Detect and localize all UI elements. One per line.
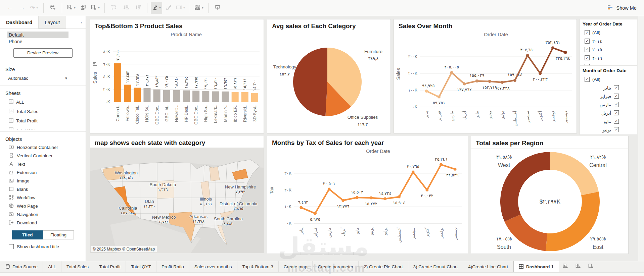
vertical-container-icon <box>9 153 14 159</box>
duplicate-sheet-icon <box>80 4 86 12</box>
filter-checkbox-row[interactable]: ✓٢٠١٥ <box>583 45 634 54</box>
tiled-button[interactable]: Tiled <box>12 230 43 239</box>
svg-text:٢٠٥,٠٠٥: ٢٠٥,٠٠٥ <box>444 65 459 69</box>
sheet-tab-profit-ratio[interactable]: Profit Ratio <box>156 261 189 272</box>
new-story-button[interactable] <box>585 261 597 272</box>
svg-text:Sales: Sales <box>396 68 401 80</box>
duplicate-sheet-button[interactable] <box>78 2 89 14</box>
checkbox-icon: ✓ <box>614 119 619 124</box>
sheet-tab-2-create-pie-chart[interactable]: 2) Create Pie Chart <box>359 261 408 272</box>
show-cards-icon <box>194 4 200 12</box>
sheet-tab-strip: Data SourceALLTotal SalesTotal ProfitTot… <box>0 261 644 272</box>
donut-chart-canvas[interactable]: ٢١,٨٢%Central٢٩,٥٥%East١٧,٠٥%South٣١,٥٨%… <box>471 149 628 254</box>
filter-checkbox-row[interactable]: ✓يناير <box>583 84 634 92</box>
canvas-scrollbar[interactable] <box>638 16 644 261</box>
filter-checkbox-row[interactable]: ✓(All) <box>583 75 634 84</box>
sheet-tab-label: 2) Create Pie Chart <box>364 264 403 269</box>
sidebar-tab-layout[interactable]: Layout <box>38 16 66 29</box>
filter-checkbox-row[interactable]: ✓فبراير <box>583 92 634 100</box>
sheet-tab-3-create-donut-chart[interactable]: 3) Create Donut Chart <box>408 261 463 272</box>
device-mode-default[interactable]: Default <box>7 32 68 38</box>
sheet-tab-4-create-line-chart[interactable]: 4)Create Line Chart <box>463 261 513 272</box>
object-item-workflow[interactable]: Workflow <box>0 194 86 202</box>
sheet-tab-sales-over-months[interactable]: Sales over months <box>189 261 237 272</box>
object-item-text[interactable]: Text <box>0 160 86 168</box>
svg-text:٣٠٠K: ٣٠٠K <box>408 54 417 59</box>
filter-checkbox-row[interactable]: ✓يوليو <box>583 134 634 135</box>
sheet-tab-all[interactable]: ALL <box>43 261 61 272</box>
sheet-tab-total-profit[interactable]: Total Profit <box>94 261 126 272</box>
sheet-item-all[interactable]: ALL <box>0 97 86 107</box>
svg-text:يناير: يناير <box>424 111 429 118</box>
svg-text:١٠K: ١٠K <box>284 204 291 209</box>
donut-chart-title: Total sales per Region <box>471 136 628 149</box>
device-preview-button[interactable]: Device Preview <box>13 48 73 58</box>
sheet-item-total-profit[interactable]: Total Profit <box>0 116 86 125</box>
filter-checkbox-row[interactable]: ✓مارس <box>583 100 634 109</box>
new-worksheet-button[interactable]: ▼ <box>65 2 77 14</box>
filter-checkbox-row[interactable]: ✓يونيو <box>583 125 634 134</box>
sheet-tab-create-map[interactable]: Create map <box>279 261 313 272</box>
new-worksheet-button[interactable] <box>559 261 572 272</box>
sheet-chart-icon <box>9 127 13 130</box>
map-canvas[interactable]: Washington١٣٨,٦٤١South Dakota١,٣١٦New Ha… <box>90 148 264 253</box>
sheet-tab-data-source[interactable]: Data Source <box>0 261 43 272</box>
object-item-blank[interactable]: Blank <box>0 185 86 194</box>
filter-item-label: أبريل <box>601 110 611 116</box>
tax-line-chart-canvas[interactable]: Order Date٠K١٠K٢٠K٣٠KTax٩,٤٩٢يناير٥,٩٧٥ف… <box>267 148 468 254</box>
sheet-item-total-sales[interactable]: Total Sales <box>0 107 86 116</box>
device-mode-phone[interactable]: Phone <box>7 38 68 45</box>
bar-chart-canvas[interactable]: Product Name٠K٢٠K٤٠K٦٠K٨٠KSales٦١,٦٠٠Can… <box>90 31 264 133</box>
sidebar-collapse-icon[interactable]: ‹ <box>78 16 86 29</box>
svg-text:South: South <box>497 244 511 250</box>
object-item-vertical-container[interactable]: Vertical Container <box>0 152 86 160</box>
filter-checkbox-row[interactable]: ✓٢٠١٦ <box>583 54 634 62</box>
highlight-button[interactable]: ▼ <box>151 2 162 14</box>
sheet-item-total-qyt[interactable]: Total QYT <box>0 125 86 129</box>
show-me-button[interactable]: Show Me <box>604 3 640 13</box>
svg-text:يناير: يناير <box>299 227 304 235</box>
filter-checkbox-row[interactable]: ✓مايو <box>583 117 634 125</box>
object-item-web-page[interactable]: Web Page <box>0 202 86 210</box>
chevron-down-icon: ▼ <box>159 6 162 9</box>
month-filter-card: Month of Order Date ✓(All)✓يناير✓فبراير✓… <box>580 66 637 135</box>
filter-checkbox-row[interactable]: ✓٢٠١٤ <box>583 37 634 45</box>
show-dashboard-title-checkbox[interactable]: Show dashboard title <box>9 244 86 249</box>
svg-text:٢٩,٥٥%: ٢٩,٥٥% <box>590 236 606 241</box>
object-item-image[interactable]: Image <box>0 177 86 185</box>
sheet-tab-top-bottom-3[interactable]: Top & Bottom 3 <box>237 261 279 272</box>
chevron-down-icon: ▼ <box>183 6 186 9</box>
svg-text:٢٠K: ٢٠K <box>284 188 291 192</box>
pie-chart-canvas[interactable]: Furniture٣٤٩,٨Office Supplies١١٩,٣Techno… <box>267 31 390 133</box>
show-cards-button[interactable]: ▼ <box>193 2 205 14</box>
svg-text:٨٠K: ٨٠K <box>103 49 110 54</box>
object-item-extension[interactable]: Extension <box>0 168 86 177</box>
dashboard-icon <box>519 264 524 270</box>
sheet-tab-create-parameter[interactable]: Create parameter <box>313 261 359 272</box>
object-item-horizontal-container[interactable]: Horizontal Container <box>0 143 86 152</box>
checkbox-icon: ✓ <box>585 55 590 60</box>
filter-checkbox-row[interactable]: ✓(All) <box>583 29 634 37</box>
clear-sheet-button[interactable]: ▼ <box>90 2 101 14</box>
sheet-tab-dashboard-1[interactable]: Dashboard 1 <box>513 261 559 272</box>
filter-checkbox-row[interactable]: ✓ <box>583 62 634 66</box>
checkbox-icon: ✓ <box>585 30 590 35</box>
sidebar-tab-dashboard[interactable]: Dashboard <box>0 16 38 29</box>
add-data-source-button[interactable] <box>47 2 58 14</box>
sheet-tab-total-sales[interactable]: Total Sales <box>61 261 94 272</box>
svg-text:٢٢,٦٣٨: ٢٢,٦٣٨ <box>135 73 140 86</box>
filter-checkbox-row[interactable]: ✓أبريل <box>583 109 634 117</box>
sheet-tab-total-qyt[interactable]: Total QYT <box>126 261 156 272</box>
svg-text:٣٥٢,٤٦١: ٣٥٢,٤٦١ <box>546 40 560 45</box>
size-dropdown[interactable]: Automatic ▼ <box>7 75 68 82</box>
presentation-button[interactable] <box>212 2 223 14</box>
new-dashboard-button[interactable] <box>572 261 585 272</box>
object-item-download[interactable]: Download <box>0 219 86 227</box>
svg-text:ديسمبر: ديسمبر <box>563 111 568 124</box>
svg-text:٣٢٥,٢٩٤: ٣٢٥,٢٩٤ <box>555 56 570 61</box>
sales-line-chart-canvas[interactable]: Order Date٠K١٠٠K٢٠٠K٣٠٠KSales٩٤,٩٢٥يناير… <box>394 31 577 133</box>
floating-button[interactable]: Floating <box>43 230 74 239</box>
svg-text:١٤,٧٢٤: ١٤,٧٢٤ <box>379 191 391 196</box>
tax-line-chart-title: Months by Tax of Sales for each year <box>267 136 468 148</box>
object-item-navigation[interactable]: Navigation <box>0 210 86 219</box>
